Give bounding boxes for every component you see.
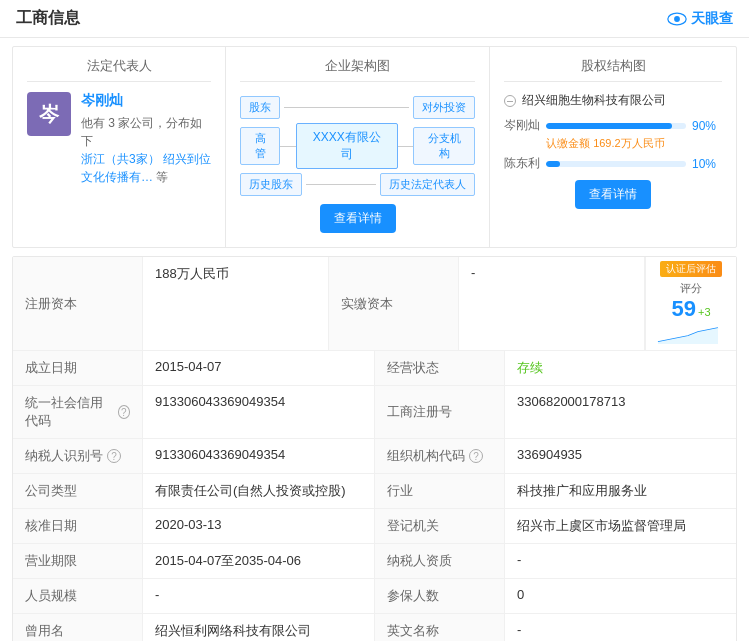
rep-name[interactable]: 岑刚灿 (81, 92, 211, 110)
staff-size-label: 人员规模 (13, 579, 143, 613)
rep-info: 岑刚灿 他有 3 家公司，分布如下 浙江（共3家） 绍兴到位文化传播有… 等 (81, 92, 211, 186)
info-row-staff: 人员规模 - 参保人数 0 (13, 579, 736, 614)
rating-tag: 认证后评估 (660, 261, 722, 277)
structure-panel: 企业架构图 股东 对外投资 高管 XXXX有限公司 分支机构 历史股东 历史法定… (226, 47, 490, 247)
taxpayer-qual-value: - (505, 544, 736, 578)
rating-score: 59 (671, 298, 695, 320)
equity-holder-1: 岑刚灿 90% 认缴金额 169.2万人民币 (504, 117, 722, 151)
info-row-credit: 统一社会信用代码 ? 913306043369049354 工商注册号 3306… (13, 386, 736, 439)
info-row-approve: 核准日期 2020-03-13 登记机关 绍兴市上虞区市场监督管理局 (13, 509, 736, 544)
company-type-value: 有限责任公司(自然人投资或控股) (143, 474, 375, 508)
info-table: 注册资本 188万人民币 实缴资本 - 认证后评估 评分 59 +3 (12, 256, 737, 641)
legal-rep-panel: 法定代表人 岑 岑刚灿 他有 3 家公司，分布如下 浙江（共3家） 绍兴到位文化… (13, 47, 226, 247)
equity-detail-btn[interactable]: 查看详情 (575, 180, 651, 209)
industry-value: 科技推广和应用服务业 (505, 474, 736, 508)
legal-rep-title: 法定代表人 (27, 57, 211, 82)
approve-date-label: 核准日期 (13, 509, 143, 543)
holder1-name: 岑刚灿 (504, 117, 540, 134)
holder1-amount: 认缴金额 169.2万人民币 (504, 136, 722, 151)
org-code-help[interactable]: ? (469, 449, 483, 463)
tax-id-value: 913306043369049354 (143, 439, 375, 473)
info-row-prev-name: 曾用名 绍兴恒利网络科技有限公司 英文名称 - (13, 614, 736, 641)
approve-date-value: 2020-03-13 (143, 509, 375, 543)
shareholder-box: 股东 (240, 96, 280, 119)
page-title: 工商信息 (16, 8, 80, 29)
rep-content: 岑 岑刚灿 他有 3 家公司，分布如下 浙江（共3家） 绍兴到位文化传播有… 等 (27, 92, 211, 186)
management-box: 高管 (240, 127, 280, 165)
taxpayer-qual-label: 纳税人资质 (375, 544, 505, 578)
holder1-pct: 90% (692, 119, 722, 133)
biz-reg-value: 330682000178713 (505, 386, 736, 438)
biz-term-label: 营业期限 (13, 544, 143, 578)
eng-name-label: 英文名称 (375, 614, 505, 641)
page-header: 工商信息 天眼查 (0, 0, 749, 38)
prev-name-value: 绍兴恒利网络科技有限公司 (143, 614, 375, 641)
credit-code-value: 913306043369049354 (143, 386, 375, 438)
equity-holder-2: 陈东利 10% (504, 155, 722, 172)
reg-capital-value: 188万人民币 (143, 257, 329, 350)
reg-capital-label: 注册资本 (13, 257, 143, 350)
paid-capital-label: 实缴资本 (329, 257, 459, 350)
equity-company: 绍兴细胞生物科技有限公司 (522, 92, 666, 109)
info-row-type: 公司类型 有限责任公司(自然人投资或控股) 行业 科技推广和应用服务业 (13, 474, 736, 509)
equity-panel: 股权结构图 绍兴细胞生物科技有限公司 岑刚灿 90% 认缴金额 169.2万人民… (490, 47, 736, 247)
info-row-tax: 纳税人识别号 ? 913306043369049354 组织机构代码 ? 336… (13, 439, 736, 474)
biz-status-value: 存续 (505, 351, 736, 385)
paid-capital-value: - (459, 257, 645, 350)
structure-diagram: 股东 对外投资 高管 XXXX有限公司 分支机构 历史股东 历史法定代表人 查看… (240, 92, 475, 237)
rating-change: +3 (698, 306, 711, 318)
equity-title: 股权结构图 (504, 57, 722, 82)
center-company-box: XXXX有限公司 (296, 123, 397, 169)
info-row-capital: 注册资本 188万人民币 实缴资本 - 认证后评估 评分 59 +3 (13, 257, 736, 351)
tianyancha-text: 天眼查 (691, 10, 733, 28)
tianyancha-logo: 天眼查 (667, 10, 733, 28)
eng-name-value: - (505, 614, 736, 641)
rep-avatar: 岑 (27, 92, 71, 136)
top-info-section: 法定代表人 岑 岑刚灿 他有 3 家公司，分布如下 浙江（共3家） 绍兴到位文化… (12, 46, 737, 248)
org-code-value: 336904935 (505, 439, 736, 473)
rep-desc: 他有 3 家公司，分布如下 浙江（共3家） 绍兴到位文化传播有… 等 (81, 114, 211, 186)
rating-score-label: 评分 (680, 281, 702, 296)
biz-term-value: 2015-04-07至2035-04-06 (143, 544, 375, 578)
biz-reg-label: 工商注册号 (375, 386, 505, 438)
reg-auth-value: 绍兴市上虞区市场监督管理局 (505, 509, 736, 543)
rating-box: 认证后评估 评分 59 +3 (645, 257, 736, 350)
reg-auth-label: 登记机关 (375, 509, 505, 543)
prev-name-label: 曾用名 (13, 614, 143, 641)
insured-num-value: 0 (505, 579, 736, 613)
history-shareholder-box: 历史股东 (240, 173, 302, 196)
industry-label: 行业 (375, 474, 505, 508)
credit-code-help[interactable]: ? (118, 405, 130, 419)
rep-location1[interactable]: 浙江（共3家） (81, 152, 160, 166)
structure-detail-btn[interactable]: 查看详情 (320, 204, 396, 233)
tax-id-help[interactable]: ? (107, 449, 121, 463)
holder2-pct: 10% (692, 157, 722, 171)
credit-code-label: 统一社会信用代码 ? (13, 386, 143, 438)
est-date-label: 成立日期 (13, 351, 143, 385)
insured-num-label: 参保人数 (375, 579, 505, 613)
company-type-label: 公司类型 (13, 474, 143, 508)
holder2-name: 陈东利 (504, 155, 540, 172)
org-code-label: 组织机构代码 ? (375, 439, 505, 473)
info-row-date: 成立日期 2015-04-07 经营状态 存续 (13, 351, 736, 386)
svg-point-1 (674, 16, 680, 22)
rating-chart-svg (656, 322, 726, 346)
tianyancha-eye-icon (667, 12, 687, 26)
biz-status-label: 经营状态 (375, 351, 505, 385)
structure-title: 企业架构图 (240, 57, 475, 82)
est-date-value: 2015-04-07 (143, 351, 375, 385)
tax-id-label: 纳税人识别号 ? (13, 439, 143, 473)
branch-box: 分支机构 (413, 127, 475, 165)
minus-icon (504, 95, 516, 107)
history-legal-box: 历史法定代表人 (380, 173, 475, 196)
invest-box: 对外投资 (413, 96, 475, 119)
equity-content: 绍兴细胞生物科技有限公司 岑刚灿 90% 认缴金额 169.2万人民币 陈东利 (504, 92, 722, 209)
staff-size-value: - (143, 579, 375, 613)
info-row-term: 营业期限 2015-04-07至2035-04-06 纳税人资质 - (13, 544, 736, 579)
